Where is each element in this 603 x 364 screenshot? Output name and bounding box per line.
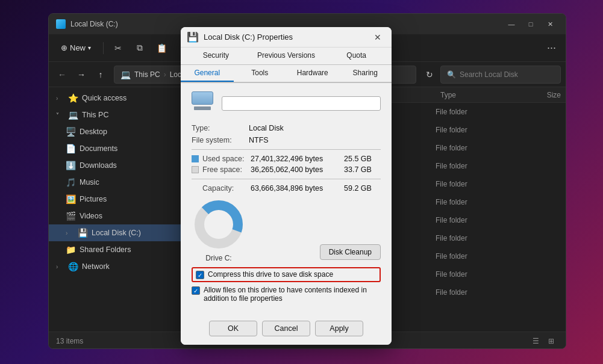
fs-value: NTFS	[249, 136, 269, 144]
sidebar-item-pictures[interactable]: 🖼️ Pictures	[49, 191, 181, 208]
maximize-button[interactable]: □	[522, 18, 539, 30]
modal-title-icon: 💾	[187, 31, 199, 43]
modal-title: Local Disk (C:) Properties	[204, 32, 365, 42]
column-type[interactable]: Type	[440, 91, 513, 99]
search-box[interactable]: 🔍 Search Local Disk	[440, 66, 561, 84]
cancel-button[interactable]: Cancel	[262, 321, 310, 336]
compress-checkbox-row: Compress this drive to save disk space	[192, 267, 381, 282]
copy-button[interactable]: ⧉	[130, 39, 149, 58]
quick-access-label: Quick access	[82, 94, 127, 102]
tab-previous-versions[interactable]: Previous Versions	[251, 48, 322, 64]
titlebar-controls: — □ ✕	[503, 18, 558, 30]
tiles-view-button[interactable]: ⊞	[544, 335, 558, 347]
file-type: File folder	[436, 162, 508, 170]
sidebar-item-quick-access[interactable]: › ⭐ Quick access	[49, 90, 181, 106]
free-space-label: Free space:	[202, 165, 251, 174]
sidebar-item-local-disk[interactable]: › 💾 Local Disk (C:)	[49, 224, 181, 241]
modal-tabs-row2: General Tools Hardware Sharing	[181, 65, 392, 83]
refresh-button[interactable]: ↻	[421, 66, 438, 83]
sidebar: › ⭐ Quick access ˅ 💻 This PC 🖥️ Desktop …	[49, 87, 181, 332]
videos-label: Videos	[80, 212, 102, 220]
sidebar-item-shared-folders[interactable]: 📁 Shared Folders	[49, 241, 181, 258]
divider1	[192, 149, 381, 150]
tab-general[interactable]: General	[181, 65, 234, 82]
shared-folders-icon: 📁	[66, 245, 76, 254]
file-type: File folder	[436, 252, 508, 261]
free-space-color	[192, 166, 199, 173]
used-space-row: Used space: 27,401,322,496 bytes 25.5 GB	[192, 155, 381, 163]
sidebar-item-videos[interactable]: 🎬 Videos	[49, 208, 181, 224]
drive-icon-base	[194, 106, 211, 110]
file-type: File folder	[436, 234, 508, 242]
tools-tab-label: Tools	[251, 69, 268, 77]
file-type: File folder	[436, 108, 508, 116]
index-checkbox[interactable]	[192, 286, 200, 295]
column-size[interactable]: Size	[513, 91, 561, 99]
up-button[interactable]: ↑	[92, 66, 109, 83]
local-disk-icon: 💾	[78, 228, 88, 238]
this-pc-icon: 💻	[68, 110, 78, 120]
quota-tab-label: Quota	[346, 51, 366, 60]
used-space-gb: 25.5 GB	[344, 155, 372, 163]
pc-icon: 💻	[120, 70, 131, 79]
index-label: Allow files on this drive to have conten…	[204, 286, 381, 303]
view-icons: ☰ ⊞	[528, 335, 558, 347]
toolbar-separator	[103, 42, 104, 54]
paste-button[interactable]: 📋	[152, 39, 171, 58]
music-icon: 🎵	[66, 177, 76, 187]
titlebar-left: Local Disk (C:)	[56, 19, 118, 29]
network-icon: 🌐	[68, 262, 78, 271]
tab-tools[interactable]: Tools	[234, 65, 287, 82]
tab-security[interactable]: Security	[181, 48, 251, 64]
sidebar-item-this-pc[interactable]: ˅ 💻 This PC	[49, 106, 181, 123]
back-button[interactable]: ←	[54, 66, 70, 83]
minimize-button[interactable]: —	[503, 18, 520, 30]
modal-close-button[interactable]: ✕	[370, 29, 386, 45]
explorer-window-icon	[56, 19, 66, 29]
details-view-button[interactable]: ☰	[528, 335, 543, 347]
tab-quota[interactable]: Quota	[321, 48, 392, 64]
security-tab-label: Security	[203, 51, 229, 60]
local-disk-label: Local Disk (C:)	[92, 229, 141, 237]
sharing-tab-label: Sharing	[353, 69, 378, 77]
more-options-button[interactable]: ···	[542, 39, 561, 57]
shared-folders-label: Shared Folders	[80, 245, 131, 254]
apply-button[interactable]: Apply	[315, 321, 363, 336]
general-tab-label: General	[194, 69, 220, 77]
type-label: Type:	[192, 124, 249, 132]
item-count: 13 items	[56, 337, 83, 345]
free-space-row: Free space: 36,265,062,400 bytes 33.7 GB	[192, 165, 381, 174]
sidebar-item-desktop[interactable]: 🖥️ Desktop	[49, 123, 181, 140]
sidebar-item-documents[interactable]: 📄 Documents	[49, 140, 181, 157]
chevron-down-icon: ▾	[88, 45, 91, 51]
new-label: New	[70, 43, 86, 52]
modal-titlebar: 💾 Local Disk (C:) Properties ✕	[181, 27, 392, 48]
sidebar-item-downloads[interactable]: ⬇️ Downloads	[49, 157, 181, 174]
donut-area: Drive C: Disk Cleanup	[192, 197, 381, 262]
sidebar-item-network[interactable]: › 🌐 Network	[49, 258, 181, 275]
tab-sharing[interactable]: Sharing	[339, 65, 392, 82]
forward-button[interactable]: →	[73, 66, 90, 83]
modal-tabs-row1: Security Previous Versions Quota	[181, 48, 392, 65]
properties-dialog: 💾 Local Disk (C:) Properties ✕ Security …	[181, 27, 392, 345]
previous-versions-tab-label: Previous Versions	[257, 51, 315, 60]
disk-cleanup-button[interactable]: Disk Cleanup	[320, 244, 381, 260]
drive-label-input[interactable]	[222, 96, 381, 111]
close-button[interactable]: ✕	[542, 18, 558, 30]
explorer-window-title: Local Disk (C:)	[70, 20, 118, 28]
pictures-label: Pictures	[80, 195, 107, 203]
used-space-bytes: 27,401,322,496 bytes	[251, 155, 344, 163]
donut-svg	[192, 197, 246, 251]
pictures-icon: 🖼️	[66, 194, 76, 204]
ok-button[interactable]: OK	[209, 321, 257, 336]
compress-label: Compress this drive to save disk space	[208, 270, 333, 279]
tab-hardware[interactable]: Hardware	[286, 65, 339, 82]
filesystem-row: File system: NTFS	[192, 136, 381, 144]
new-button[interactable]: ⊕ New ▾	[54, 40, 98, 56]
sidebar-item-music[interactable]: 🎵 Music	[49, 174, 181, 191]
file-type: File folder	[436, 288, 508, 297]
fs-label: File system:	[192, 136, 249, 144]
used-space-label: Used space:	[202, 155, 251, 163]
cut-button[interactable]: ✂	[108, 39, 128, 58]
compress-checkbox[interactable]	[196, 271, 204, 279]
